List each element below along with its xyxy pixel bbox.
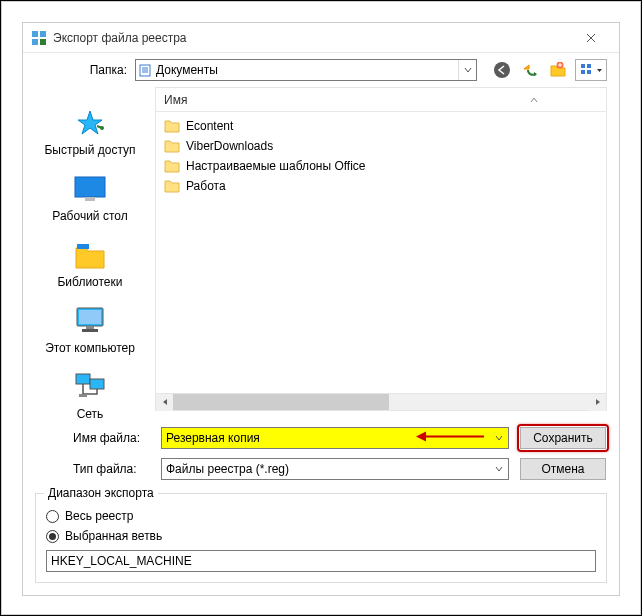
sort-indicator-icon <box>530 93 538 107</box>
place-desktop[interactable]: Рабочий стол <box>35 165 145 229</box>
svg-rect-17 <box>77 244 89 249</box>
file-list[interactable]: Econtent ViberDownloads Настраиваемые ша… <box>156 112 606 393</box>
chevron-down-icon[interactable] <box>490 428 508 448</box>
save-button[interactable]: Сохранить <box>520 427 606 449</box>
svg-rect-16 <box>85 197 95 201</box>
place-label: Библиотеки <box>57 275 122 289</box>
lookin-combo[interactable]: Документы <box>135 59 477 81</box>
svg-rect-15 <box>75 177 105 197</box>
svg-rect-24 <box>79 394 87 397</box>
group-title: Диапазон экспорта <box>44 486 158 500</box>
svg-rect-23 <box>90 379 104 389</box>
view-menu-button[interactable] <box>575 59 607 81</box>
radio-label: Весь реестр <box>65 509 133 523</box>
radio-selected-branch[interactable]: Выбранная ветвь <box>46 526 596 546</box>
radio-label: Выбранная ветвь <box>65 529 162 543</box>
branch-path-value: HKEY_LOCAL_MACHINE <box>51 554 192 568</box>
item-label: Настраиваемые шаблоны Office <box>186 159 366 173</box>
export-range-group: Диапазон экспорта Весь реестр Выбранная … <box>35 493 607 583</box>
list-item[interactable]: Econtent <box>162 116 600 136</box>
svg-rect-3 <box>40 39 46 45</box>
chevron-down-icon[interactable] <box>458 60 476 80</box>
item-label: ViberDownloads <box>186 139 273 153</box>
branch-path-input[interactable]: HKEY_LOCAL_MACHINE <box>46 550 596 572</box>
chevron-down-icon[interactable] <box>490 459 508 479</box>
desktop-icon <box>73 171 107 207</box>
filetype-combo[interactable]: Файлы реестра (*.reg) <box>161 458 509 480</box>
cancel-button[interactable]: Отмена <box>520 458 606 480</box>
file-list-panel: Имя Econtent ViberDownloads Настраиваемы <box>155 87 607 411</box>
filetype-value: Файлы реестра (*.reg) <box>162 462 490 476</box>
radio-icon <box>46 530 59 543</box>
export-registry-dialog: Экспорт файла реестра Папка: Документы <box>22 22 620 596</box>
column-name: Имя <box>164 93 187 107</box>
scroll-thumb[interactable] <box>173 394 389 410</box>
list-item[interactable]: Работа <box>162 176 600 196</box>
svg-rect-22 <box>76 374 90 384</box>
folder-icon <box>164 138 180 154</box>
this-pc-icon <box>73 303 107 339</box>
list-item[interactable]: ViberDownloads <box>162 136 600 156</box>
titlebar: Экспорт файла реестра <box>23 23 619 53</box>
places-bar: Быстрый доступ Рабочий стол Библиотеки Э… <box>35 87 145 411</box>
scroll-left-icon[interactable] <box>156 394 173 411</box>
up-button[interactable] <box>519 59 541 81</box>
filename-label: Имя файла: <box>73 431 151 445</box>
form-area: Имя файла: Резервная копия Сохранить Тип… <box>23 417 619 493</box>
scroll-right-icon[interactable] <box>589 394 606 411</box>
list-item[interactable]: Настраиваемые шаблоны Office <box>162 156 600 176</box>
regedit-icon <box>31 30 47 46</box>
svg-rect-10 <box>581 64 585 68</box>
svg-rect-11 <box>587 64 591 68</box>
place-label: Этот компьютер <box>45 341 135 355</box>
radio-all-registry[interactable]: Весь реестр <box>46 506 596 526</box>
save-button-highlight: Сохранить <box>517 424 609 452</box>
new-folder-button[interactable] <box>547 59 569 81</box>
place-quick-access[interactable]: Быстрый доступ <box>35 99 145 163</box>
list-header[interactable]: Имя <box>156 88 606 112</box>
item-label: Работа <box>186 179 226 193</box>
scroll-track[interactable] <box>173 394 589 410</box>
lookin-value: Документы <box>154 63 458 77</box>
place-this-pc[interactable]: Этот компьютер <box>35 297 145 361</box>
documents-icon <box>136 63 154 77</box>
svg-rect-20 <box>86 326 94 329</box>
lookin-label: Папка: <box>73 63 127 77</box>
folder-icon <box>164 158 180 174</box>
nav-toolbar <box>491 59 607 81</box>
filetype-label: Тип файла: <box>73 462 151 476</box>
svg-point-8 <box>494 62 510 78</box>
place-label: Рабочий стол <box>52 209 127 223</box>
svg-rect-2 <box>32 39 38 45</box>
window-title: Экспорт файла реестра <box>53 31 571 45</box>
svg-point-14 <box>100 126 104 130</box>
close-button[interactable] <box>571 24 611 52</box>
back-button[interactable] <box>491 59 513 81</box>
filename-value: Резервная копия <box>162 431 490 445</box>
svg-rect-21 <box>82 329 98 332</box>
quick-access-icon <box>75 105 105 141</box>
filename-input[interactable]: Резервная копия <box>161 427 509 449</box>
place-libraries[interactable]: Библиотеки <box>35 231 145 295</box>
lookin-row: Папка: Документы <box>23 53 619 87</box>
place-label: Быстрый доступ <box>44 143 135 157</box>
svg-rect-19 <box>79 310 101 324</box>
horizontal-scrollbar[interactable] <box>156 393 606 410</box>
network-icon <box>73 369 107 405</box>
svg-rect-1 <box>40 31 46 37</box>
svg-rect-0 <box>32 31 38 37</box>
item-label: Econtent <box>186 119 233 133</box>
svg-rect-12 <box>581 70 585 74</box>
radio-icon <box>46 510 59 523</box>
libraries-icon <box>74 237 106 273</box>
folder-icon <box>164 178 180 194</box>
folder-icon <box>164 118 180 134</box>
svg-rect-13 <box>587 70 591 74</box>
